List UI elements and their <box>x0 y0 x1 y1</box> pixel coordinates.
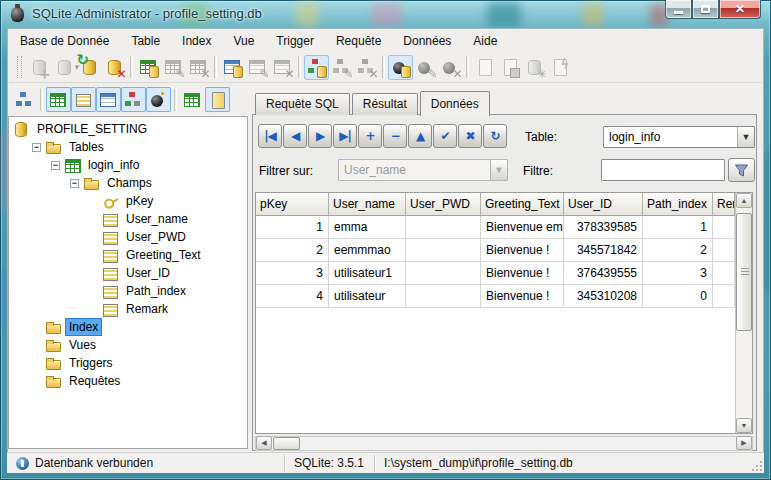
menu-table[interactable]: Table <box>120 30 171 52</box>
first-record-button[interactable]: |◀ <box>258 124 282 148</box>
schema-file-toggle[interactable] <box>205 87 230 112</box>
tree-item-index[interactable]: − Index <box>9 318 247 336</box>
column-header-path-index[interactable]: Path_index <box>643 193 713 216</box>
tab-donnees[interactable]: Données <box>420 91 490 116</box>
column-header-remark[interactable]: Remark <box>713 193 735 216</box>
create-view-button[interactable] <box>220 55 245 80</box>
drop-trigger-button[interactable] <box>438 55 463 80</box>
column-header-greeting-text[interactable]: Greeting_Text <box>481 193 564 216</box>
create-table-button[interactable] <box>136 55 161 80</box>
cell-remark[interactable] <box>713 262 735 285</box>
cell-user-pwd[interactable] <box>406 262 481 285</box>
cell-user-id[interactable]: 376439555 <box>564 262 643 285</box>
scroll-up-icon[interactable]: ▲ <box>736 193 752 208</box>
cancel-edit-button[interactable]: ✖ <box>458 124 482 148</box>
tree-item-remark[interactable]: − Remark <box>9 300 247 318</box>
new-sql-button[interactable] <box>472 55 497 80</box>
collapse-expander[interactable]: − <box>70 179 79 188</box>
drop-view-button[interactable] <box>270 55 295 80</box>
cell-path-index[interactable]: 0 <box>643 285 713 308</box>
show-tables-toggle[interactable] <box>46 87 71 112</box>
close-database-button[interactable] <box>102 55 127 80</box>
cell-user-id[interactable]: 345310208 <box>564 285 643 308</box>
tree-item-greeting-text[interactable]: − Greeting_Text <box>9 246 247 264</box>
close-button[interactable]: ✕ <box>719 0 761 19</box>
drop-index-button[interactable] <box>354 55 379 80</box>
scroll-right-icon[interactable]: ▶ <box>736 436 752 450</box>
vertical-scroll-thumb[interactable] <box>736 213 752 331</box>
scroll-down-icon[interactable]: ▼ <box>736 418 752 433</box>
cell-path-index[interactable]: 2 <box>643 239 713 262</box>
edit-trigger-button[interactable] <box>413 55 438 80</box>
cell-pkey[interactable]: 4 <box>256 285 329 308</box>
cell-pkey[interactable]: 1 <box>256 216 329 239</box>
tree-structure-button[interactable] <box>12 87 37 112</box>
tree-item-tables[interactable]: − Tables <box>9 138 247 156</box>
create-index-button[interactable] <box>304 55 329 80</box>
apply-filter-button[interactable] <box>728 158 755 182</box>
edit-record-button[interactable]: ▲ <box>408 124 432 148</box>
execute-sql-button[interactable] <box>547 55 572 80</box>
refresh-records-button[interactable]: ↻ <box>483 124 507 148</box>
new-database-button[interactable] <box>27 55 52 80</box>
drop-table-button[interactable] <box>186 55 211 80</box>
cell-user-name[interactable]: utilisateur <box>329 285 406 308</box>
database-options-button[interactable] <box>522 55 547 80</box>
tree-item-requetes[interactable]: − Requêtes <box>9 372 247 390</box>
last-record-button[interactable]: ▶| <box>333 124 357 148</box>
tree-item-pkey[interactable]: − pKey <box>9 192 247 210</box>
open-database-button[interactable] <box>52 55 77 80</box>
titlebar[interactable]: SQLite Administrator - profile_setting.d… <box>0 0 771 28</box>
column-header-pkey[interactable]: pKey <box>256 193 329 216</box>
edit-table-button[interactable] <box>161 55 186 80</box>
tree-item-login-info[interactable]: − login_info <box>9 156 247 174</box>
collapse-expander[interactable]: − <box>32 143 41 152</box>
tree-item-user-id[interactable]: − User_ID <box>9 264 247 282</box>
cell-path-index[interactable]: 3 <box>643 262 713 285</box>
table-select[interactable]: login_info ▼ <box>603 126 755 148</box>
menu-vue[interactable]: Vue <box>222 30 265 52</box>
cell-user-name[interactable]: utilisateur1 <box>329 262 406 285</box>
collapse-expander[interactable]: − <box>51 161 60 170</box>
cell-user-name[interactable]: emma <box>329 216 406 239</box>
table-row[interactable]: 2 eemmmao Bienvenue ! 345571842 2 <box>256 239 735 262</box>
cell-user-pwd[interactable] <box>406 216 481 239</box>
refresh-database-button[interactable] <box>77 55 102 80</box>
filter-input[interactable] <box>601 159 725 181</box>
filter-column-select[interactable]: User_name ▼ <box>338 159 508 181</box>
tree-item-user-pwd[interactable]: − User_PWD <box>9 228 247 246</box>
vertical-scrollbar[interactable]: ▲ ▼ <box>735 193 752 433</box>
table-row[interactable]: 4 utilisateur Bienvenue ! 345310208 0 <box>256 285 735 308</box>
cell-path-index[interactable]: 1 <box>643 216 713 239</box>
column-header-user-id[interactable]: User_ID <box>564 193 643 216</box>
scroll-left-icon[interactable]: ◀ <box>256 436 272 450</box>
edit-index-button[interactable] <box>329 55 354 80</box>
next-record-button[interactable]: ▶ <box>308 124 332 148</box>
tree-item-triggers[interactable]: − Triggers <box>9 354 247 372</box>
show-indexes-toggle[interactable] <box>121 87 146 112</box>
tab-requete-sql[interactable]: Requête SQL <box>255 93 350 115</box>
cell-user-name[interactable]: eemmmao <box>329 239 406 262</box>
menu-aide[interactable]: Aide <box>462 30 508 52</box>
cell-user-id[interactable]: 378339585 <box>564 216 643 239</box>
column-header-user-pwd[interactable]: User_PWD <box>406 193 481 216</box>
cell-greeting-text[interactable]: Bienvenue ! <box>481 262 564 285</box>
cell-user-pwd[interactable] <box>406 239 481 262</box>
tree-item-user-name[interactable]: − User_name <box>9 210 247 228</box>
menu-trigger[interactable]: Trigger <box>265 30 325 52</box>
tab-resultat[interactable]: Résultat <box>352 93 418 115</box>
resize-grip[interactable] <box>752 461 762 471</box>
system-objects-button[interactable] <box>180 87 205 112</box>
cell-remark[interactable] <box>713 216 735 239</box>
horizontal-scroll-thumb[interactable] <box>273 437 300 450</box>
menu-requete[interactable]: Requête <box>325 30 392 52</box>
horizontal-scrollbar[interactable]: ◀ ▶ <box>255 436 753 451</box>
prior-record-button[interactable]: ◀ <box>283 124 307 148</box>
table-row[interactable]: 1 emma Bienvenue em 378339585 1 <box>256 216 735 239</box>
cell-remark[interactable] <box>713 239 735 262</box>
delete-record-button[interactable]: − <box>383 124 407 148</box>
tree-item-champs[interactable]: − Champs <box>9 174 247 192</box>
maximize-button[interactable] <box>692 0 719 19</box>
post-edit-button[interactable]: ✔ <box>433 124 457 148</box>
show-views-toggle[interactable] <box>96 87 121 112</box>
